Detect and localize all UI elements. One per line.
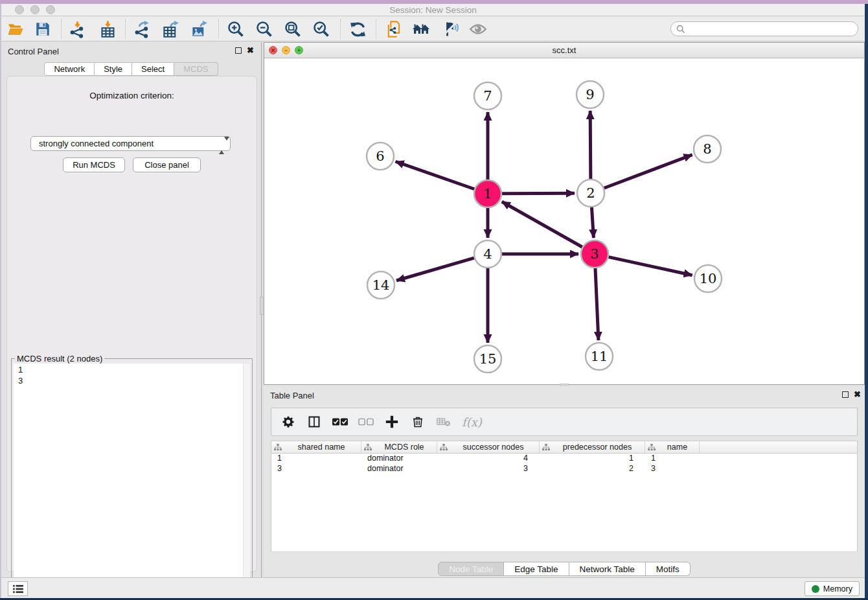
network-graph[interactable]: 1234678910111415 (264, 58, 864, 384)
tab-mcds[interactable]: MCDS (174, 62, 218, 76)
table-panel-titlebar: Table Panel ✖ (264, 386, 865, 403)
table-cell[interactable]: 4 (437, 454, 540, 464)
float-panel-icon[interactable] (235, 47, 242, 54)
node-table[interactable]: shared nameMCDS rolesuccessor nodesprede… (271, 441, 858, 552)
table-close-icon[interactable]: ✖ (854, 389, 861, 399)
node-label-6: 6 (376, 148, 384, 164)
tab-select[interactable]: Select (132, 62, 174, 76)
edge-2-9[interactable] (590, 111, 591, 179)
table-row[interactable]: 1dominator411 (271, 454, 857, 464)
toolbar-search[interactable] (670, 21, 858, 36)
export-image-icon[interactable] (190, 20, 208, 38)
column-header-predecessor-nodes[interactable]: predecessor nodes (540, 441, 645, 453)
export-table-icon[interactable] (161, 20, 179, 38)
search-input[interactable] (689, 25, 858, 34)
table-cell[interactable]: 1 (271, 454, 361, 464)
result-scrollbar[interactable] (243, 363, 250, 592)
mcds-panel: Optimization criterion: strongly connect… (6, 76, 257, 572)
window-title: Session: New Session (1, 5, 865, 15)
zoom-in-icon[interactable] (227, 20, 245, 38)
delete-table-icon[interactable] (436, 414, 451, 430)
tab-style[interactable]: Style (95, 62, 132, 76)
mcds-result-box: MCDS result (2 nodes) 1 3 (11, 354, 253, 597)
table-settings-gear-icon[interactable] (280, 414, 296, 430)
home-networks-icon[interactable] (412, 20, 430, 38)
tab-edge-table[interactable]: Edge Table (504, 562, 569, 576)
edge-2-8[interactable] (604, 155, 692, 188)
column-header-successor-nodes[interactable]: successor nodes (437, 441, 540, 453)
tab-network-table[interactable]: Network Table (569, 562, 646, 576)
edge-3-1[interactable] (502, 202, 582, 247)
table-float-icon[interactable] (842, 391, 849, 398)
zoom-fit-icon[interactable] (284, 20, 302, 38)
task-history-button[interactable] (8, 581, 28, 596)
import-table-icon[interactable] (98, 20, 117, 38)
toolbar-separator (218, 19, 219, 39)
edge-1-2[interactable] (502, 193, 575, 194)
run-mcds-button[interactable]: Run MCDS (63, 157, 125, 172)
apply-layout-icon[interactable] (348, 20, 367, 38)
task-list-icon (12, 584, 24, 594)
clone-network-icon[interactable] (385, 20, 403, 38)
edge-2-3[interactable] (591, 207, 593, 238)
node-label-3: 3 (590, 246, 599, 262)
table-panel-title: Table Panel (270, 391, 314, 400)
control-panel: Control Panel ✖ NetworkStyleSelectMCDS O… (1, 42, 261, 577)
hide-graphics-details-icon[interactable] (440, 20, 459, 38)
column-type-icon (542, 444, 550, 451)
column-header-MCDS-role[interactable]: MCDS role (361, 441, 437, 453)
table-cell[interactable]: 3 (271, 464, 361, 474)
criterion-dropdown[interactable]: strongly connected component (30, 136, 231, 151)
edge-1-6[interactable] (396, 161, 475, 189)
function-builder-icon[interactable]: f(x) (462, 415, 482, 429)
node-table-body: 1dominator4113dominator323 (271, 454, 857, 474)
edge-3-11[interactable] (595, 268, 599, 340)
dropdown-stepper-icon (219, 139, 225, 152)
import-network-icon[interactable] (68, 20, 86, 38)
mcds-result-lines: 1 3 (18, 365, 23, 386)
table-cell[interactable]: 3 (645, 464, 700, 474)
birds-eye-view-icon[interactable] (469, 20, 487, 38)
network-canvas[interactable]: 1234678910111415 (264, 58, 864, 384)
column-type-icon (440, 444, 448, 451)
table-cell[interactable]: 1 (645, 454, 700, 464)
export-network-icon[interactable] (133, 20, 151, 38)
create-column-plus-icon[interactable] (384, 414, 400, 430)
open-session-icon[interactable] (6, 20, 25, 38)
edge-3-10[interactable] (608, 257, 692, 275)
zoom-selected-icon[interactable] (312, 20, 330, 38)
table-cell[interactable]: 2 (540, 464, 645, 474)
mcds-result-text[interactable]: 1 3 (14, 363, 250, 592)
column-header-shared-name[interactable]: shared name (271, 441, 361, 453)
toolbar-separator (340, 19, 341, 39)
criterion-value: strongly connected component (39, 139, 154, 148)
memory-label: Memory (823, 584, 852, 594)
tab-network[interactable]: Network (44, 62, 95, 76)
control-panel-title: Control Panel (8, 47, 59, 56)
network-window-titlebar[interactable]: ✕ − + scc.txt (264, 43, 864, 58)
app-window: Session: New Session (1, 4, 865, 598)
zoom-out-icon[interactable] (255, 20, 273, 38)
close-panel-button[interactable]: Close panel (133, 157, 201, 172)
column-header-name[interactable]: name (645, 441, 700, 453)
table-panel-tabs: Node TableEdge TableNetwork TableMotifs (264, 562, 865, 576)
table-row[interactable]: 3dominator323 (271, 464, 857, 474)
control-panel-tabs: NetworkStyleSelectMCDS (1, 62, 261, 76)
control-panel-titlebar: Control Panel ✖ (1, 42, 261, 59)
toolbar-separator (125, 19, 126, 39)
edge-4-14[interactable] (396, 258, 474, 281)
delete-column-trash-icon[interactable] (410, 414, 426, 430)
tab-motifs[interactable]: Motifs (646, 562, 691, 576)
close-panel-icon[interactable]: ✖ (247, 45, 254, 55)
table-cell[interactable]: dominator (361, 454, 437, 464)
table-cell[interactable]: dominator (361, 464, 437, 474)
table-cell[interactable]: 1 (540, 454, 645, 464)
tab-node-table[interactable]: Node Table (438, 562, 504, 576)
memory-button[interactable]: Memory (805, 581, 860, 596)
column-view-icon[interactable] (306, 414, 322, 430)
deselect-all-columns-icon[interactable] (358, 414, 374, 430)
table-cell[interactable]: 3 (437, 464, 540, 474)
select-all-columns-icon[interactable] (332, 414, 348, 430)
save-session-icon[interactable] (34, 20, 52, 38)
table-panel: Table Panel ✖ (264, 386, 865, 577)
